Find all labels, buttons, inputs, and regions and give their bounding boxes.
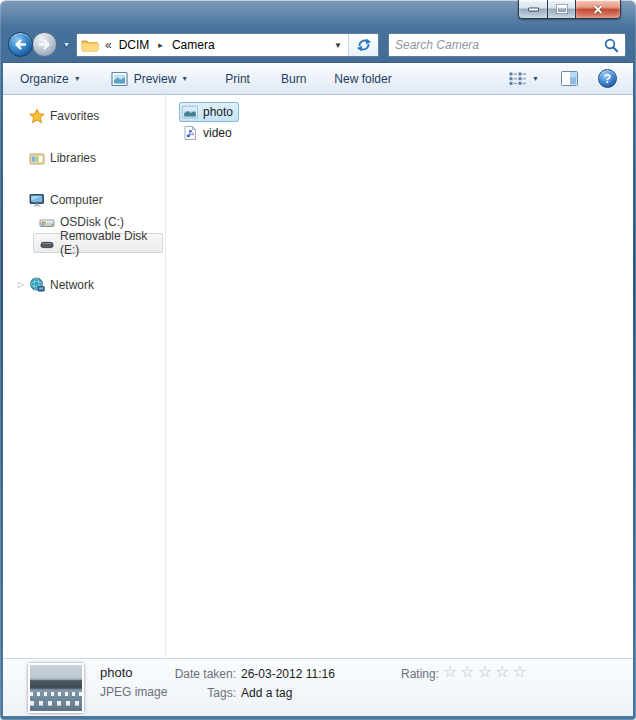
star-icon[interactable]: ☆ <box>495 663 512 680</box>
address-bar[interactable]: « DCIM ▸ Camera ▼ <box>76 33 379 57</box>
toolbar-right-cluster: ▼ ? <box>509 69 617 88</box>
file-thumbnail <box>28 663 84 713</box>
hard-drive-icon <box>39 214 55 230</box>
rating-label: Rating: <box>401 667 439 681</box>
rating-stars[interactable]: ☆☆☆☆☆ <box>443 662 530 681</box>
forward-button[interactable] <box>32 32 57 57</box>
image-file-icon <box>182 104 198 120</box>
breadcrumb: « DCIM ▸ Camera <box>77 34 328 56</box>
navigation-pane: Favorites Libraries <box>3 95 166 658</box>
date-taken-value[interactable]: 26-03-2012 11:16 <box>241 667 335 681</box>
back-button[interactable] <box>8 32 33 57</box>
address-dropdown-button[interactable]: ▼ <box>328 34 348 56</box>
preview-icon <box>111 71 128 87</box>
refresh-button[interactable] <box>348 34 378 56</box>
help-icon: ? <box>604 72 611 86</box>
star-icon[interactable]: ☆ <box>460 663 477 680</box>
sidebar-item-label: Favorites <box>50 109 99 123</box>
star-icon[interactable]: ☆ <box>512 663 529 680</box>
titlebar[interactable] <box>3 0 633 28</box>
preview-label: Preview <box>134 72 177 86</box>
star-icon[interactable]: ☆ <box>478 663 495 680</box>
help-button[interactable]: ? <box>598 69 617 88</box>
folder-icon <box>81 37 99 53</box>
sidebar-item-label: Network <box>50 278 94 292</box>
breadcrumb-overflow-chevron[interactable]: « <box>105 38 112 52</box>
command-bar: Organize ▼ Preview ▼ Print Burn New fold… <box>3 62 633 95</box>
burn-button[interactable]: Burn <box>281 72 306 86</box>
organize-label: Organize <box>20 72 69 86</box>
removable-drive-icon <box>39 235 55 251</box>
details-file-name: photo <box>100 665 133 680</box>
new-folder-label: New folder <box>334 72 391 86</box>
details-pane: photo JPEG image Date taken: 26-03-2012 … <box>3 658 633 716</box>
sidebar-item-computer[interactable]: Computer <box>3 190 163 210</box>
minimize-button[interactable] <box>518 0 547 19</box>
chevron-down-icon: ▼ <box>181 75 188 82</box>
tags-label: Tags: <box>144 686 236 700</box>
star-icon <box>29 108 45 124</box>
burn-label: Burn <box>281 72 306 86</box>
file-item-video[interactable]: video <box>180 123 237 143</box>
preview-button[interactable]: Preview ▼ <box>111 71 189 87</box>
close-button[interactable] <box>575 0 621 19</box>
libraries-icon <box>29 150 45 166</box>
organize-button[interactable]: Organize ▼ <box>20 72 81 86</box>
sidebar-item-favorites[interactable]: Favorites <box>3 106 163 126</box>
breadcrumb-item-camera[interactable]: Camera <box>170 38 217 52</box>
chevron-down-icon: ▼ <box>334 41 342 50</box>
print-label: Print <box>225 72 250 86</box>
sidebar-item-label: Removable Disk (E:) <box>60 229 162 257</box>
computer-icon <box>29 192 45 208</box>
file-item-photo[interactable]: photo <box>179 102 239 122</box>
star-icon[interactable]: ☆ <box>443 663 460 680</box>
refresh-icon <box>356 37 372 53</box>
chevron-down-icon: ▼ <box>532 75 539 82</box>
back-arrow-icon <box>12 36 29 53</box>
recent-pages-dropdown[interactable]: ▼ <box>63 41 70 48</box>
sidebar-item-removable-disk-e[interactable]: Removable Disk (E:) <box>33 233 163 253</box>
sidebar-item-label: Computer <box>50 193 103 207</box>
sidebar-item-label: Libraries <box>50 151 96 165</box>
video-file-icon <box>182 125 198 141</box>
minimize-icon <box>528 7 539 12</box>
navigation-bar: ▼ « DCIM ▸ Camera ▼ <box>3 28 633 62</box>
close-icon <box>592 4 604 15</box>
network-icon <box>29 277 45 293</box>
explorer-window: ▼ « DCIM ▸ Camera ▼ <box>0 0 636 720</box>
sidebar-item-network[interactable]: ▷ Network <box>3 275 163 295</box>
file-list[interactable]: photo video <box>166 95 633 658</box>
maximize-button[interactable] <box>547 0 575 19</box>
preview-pane-icon <box>561 71 578 86</box>
search-box <box>388 33 626 57</box>
tags-add-a-tag[interactable]: Add a tag <box>241 686 292 700</box>
preview-pane-button[interactable] <box>561 71 578 86</box>
sidebar-item-libraries[interactable]: Libraries <box>3 148 163 168</box>
breadcrumb-item-dcim[interactable]: DCIM <box>117 38 152 52</box>
file-name: video <box>203 126 232 140</box>
print-button[interactable]: Print <box>225 72 250 86</box>
file-name: photo <box>203 105 233 119</box>
sidebar-item-label: OSDisk (C:) <box>60 215 124 229</box>
expander-icon[interactable]: ▷ <box>18 280 24 289</box>
chevron-down-icon: ▼ <box>74 75 81 82</box>
breadcrumb-separator-icon[interactable]: ▸ <box>151 40 170 50</box>
caption-buttons <box>518 0 621 19</box>
search-icon[interactable] <box>604 38 619 53</box>
new-folder-button[interactable]: New folder <box>334 72 391 86</box>
search-input[interactable] <box>389 35 604 55</box>
maximize-icon <box>556 4 568 14</box>
forward-arrow-icon <box>36 36 53 53</box>
views-grid-icon <box>509 72 527 86</box>
date-taken-label: Date taken: <box>144 667 236 681</box>
change-view-button[interactable]: ▼ <box>509 72 539 86</box>
content-area: Favorites Libraries <box>3 95 633 658</box>
